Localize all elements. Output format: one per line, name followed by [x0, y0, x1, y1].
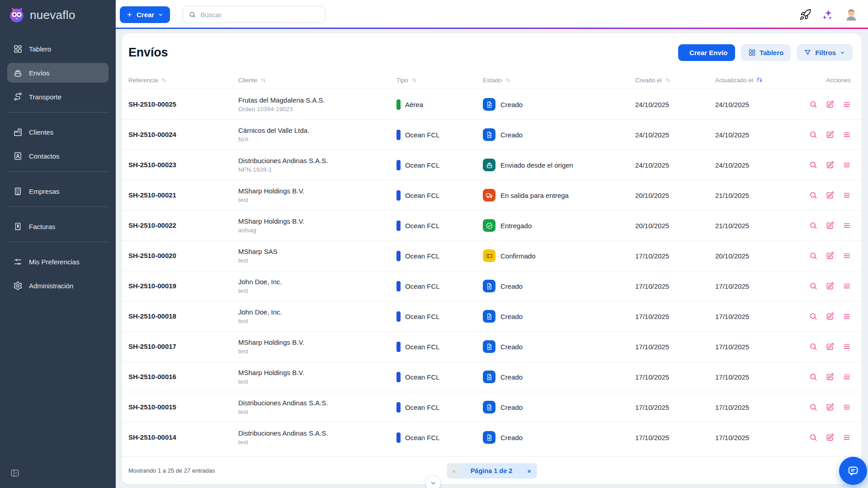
row-menu-button[interactable]	[842, 251, 852, 261]
type-cell: Aérea	[396, 99, 483, 110]
pagination-prev-button[interactable]: «	[447, 463, 462, 479]
created-cell: 20/10/2025	[635, 222, 715, 230]
shipment-reference: SH-2510-00019	[128, 282, 176, 290]
scroll-down-button[interactable]	[425, 475, 441, 488]
view-button[interactable]	[808, 281, 818, 291]
grid-icon	[748, 49, 756, 56]
row-menu-button[interactable]	[842, 221, 852, 230]
column-header-tipo[interactable]: Tipo	[396, 77, 483, 84]
sidebar-item-mis-preferencias[interactable]: Mis Preferencias	[7, 252, 108, 272]
view-button[interactable]	[808, 342, 818, 352]
row-menu-button[interactable]	[842, 311, 852, 321]
client-name: MSharp Holdings B.V.	[238, 187, 396, 195]
row-menu-button[interactable]	[842, 130, 852, 140]
row-menu-button[interactable]	[842, 342, 852, 352]
view-button[interactable]	[808, 432, 818, 442]
view-button[interactable]	[808, 130, 818, 140]
sidebar-item-contactos[interactable]: Contactos	[7, 146, 108, 166]
sort-icon	[160, 77, 167, 84]
view-search-icon	[809, 282, 818, 291]
rocket-button[interactable]	[799, 9, 811, 21]
pagination-next-button[interactable]: »	[521, 463, 537, 479]
updated-cell: 17/10/2025	[715, 404, 796, 411]
created-cell: 17/10/2025	[635, 313, 715, 320]
shipments-card: Envíos Crear Envío Tablero Filtros	[122, 33, 862, 484]
row-menu-button[interactable]	[842, 160, 852, 170]
client-name: John Doe, Inc.	[238, 278, 396, 286]
view-button[interactable]	[808, 221, 818, 230]
edit-icon	[826, 251, 835, 260]
column-header-actualizado[interactable]: Actualizado el	[715, 76, 796, 84]
edit-button[interactable]	[825, 99, 835, 109]
create-shipment-button[interactable]: Crear Envío	[678, 44, 735, 61]
status-cell: Creado	[483, 371, 635, 383]
sidebar-item-envios[interactable]: Envíos	[7, 63, 108, 83]
column-header-creado[interactable]: Creado el	[635, 77, 715, 84]
status-badge	[483, 128, 495, 141]
column-header-referencia[interactable]: Referencia	[128, 77, 238, 84]
sidebar-item-clientes[interactable]: Clientes	[7, 122, 108, 142]
view-search-icon	[809, 191, 818, 200]
row-menu-button[interactable]	[842, 432, 852, 442]
edit-button[interactable]	[825, 251, 835, 261]
chevron-down-icon	[158, 12, 164, 18]
filters-label: Filtros	[815, 49, 836, 56]
sidebar-item-empresas[interactable]: Empresas	[7, 181, 108, 201]
ai-assistant-button[interactable]	[821, 9, 834, 21]
edit-button[interactable]	[825, 402, 835, 412]
edit-button[interactable]	[825, 221, 835, 230]
menu-icon	[842, 433, 851, 442]
user-avatar[interactable]	[844, 7, 859, 22]
chat-button[interactable]	[839, 457, 867, 485]
shipment-reference: SH-2510-00024	[128, 131, 176, 138]
rocket-icon	[799, 9, 811, 21]
view-button[interactable]	[808, 99, 818, 109]
owl-logo-icon	[8, 6, 25, 23]
edit-button[interactable]	[825, 372, 835, 382]
view-search-icon	[809, 130, 818, 139]
filters-button[interactable]: Filtros	[797, 44, 853, 61]
view-button[interactable]	[808, 160, 818, 170]
status-cell: Enviado desde el origen	[483, 159, 635, 171]
edit-button[interactable]	[825, 281, 835, 291]
row-menu-button[interactable]	[842, 99, 852, 109]
edit-button[interactable]	[825, 432, 835, 442]
edit-button[interactable]	[825, 190, 835, 200]
create-button[interactable]: Crear	[120, 6, 170, 23]
view-search-icon	[809, 433, 818, 442]
edit-button[interactable]	[825, 130, 835, 140]
view-button[interactable]	[808, 311, 818, 321]
row-menu-button[interactable]	[842, 190, 852, 200]
edit-button[interactable]	[825, 311, 835, 321]
sidebar-item-administracion[interactable]: Administración	[7, 276, 108, 296]
row-menu-button[interactable]	[842, 372, 852, 382]
row-menu-button[interactable]	[842, 281, 852, 291]
view-button[interactable]	[808, 372, 818, 382]
column-header-cliente[interactable]: Cliente	[238, 77, 396, 84]
edit-button[interactable]	[825, 342, 835, 352]
type-label: Ocean FCL	[405, 313, 440, 320]
sidebar-item-transporte[interactable]: Transporte	[7, 87, 108, 107]
status-docplus-icon	[486, 131, 493, 139]
collapse-sidebar-button[interactable]	[10, 468, 20, 478]
search-icon	[189, 11, 196, 19]
view-search-icon	[809, 221, 818, 230]
route-icon	[13, 92, 23, 102]
search-input[interactable]	[200, 11, 320, 19]
board-view-button[interactable]: Tablero	[741, 44, 791, 61]
grid-icon	[748, 49, 756, 56]
edit-button[interactable]	[825, 160, 835, 170]
view-button[interactable]	[808, 251, 818, 261]
view-button[interactable]	[808, 402, 818, 412]
sidebar-item-tablero[interactable]: Tablero	[7, 39, 108, 59]
create-button-label: Crear	[137, 11, 154, 19]
actions-cell	[796, 99, 855, 109]
table-row: SH-2510-00014Distribuciones Andinas S.A.…	[122, 422, 862, 452]
column-header-estado[interactable]: Estado	[483, 77, 635, 84]
row-menu-button[interactable]	[842, 402, 852, 412]
client-name: MSharp Holdings B.V.	[238, 369, 396, 376]
chevron-down-icon	[840, 50, 845, 56]
view-button[interactable]	[808, 190, 818, 200]
status-badge	[483, 249, 495, 262]
sidebar-item-facturas[interactable]: Facturas	[7, 216, 108, 236]
